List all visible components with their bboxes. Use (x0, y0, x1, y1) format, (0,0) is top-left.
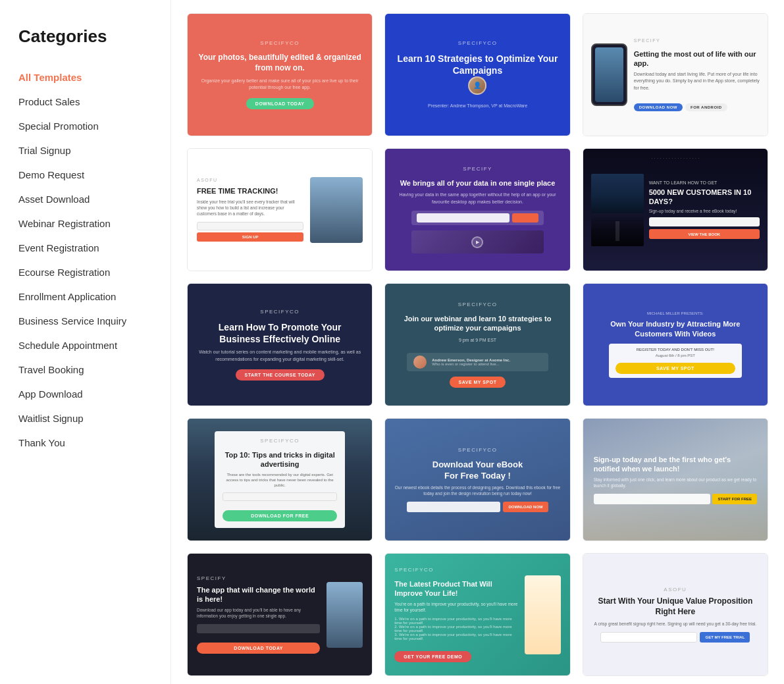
card-webinar-strategies[interactable]: SPECIFYCO Join our webinar and learn 10 … (384, 283, 570, 406)
card-blue-campaign[interactable]: SPECIFYCO Learn 10 Strategies to Optimiz… (384, 13, 570, 136)
card-industry-video[interactable]: MICHAEL MILLER PRESENTS: Own Your Indust… (583, 283, 768, 406)
registration-panel: REGISTER TODAY AND DON'T MISS OUT! Augus… (609, 344, 742, 378)
sidebar-item-webinar-registration[interactable]: Webinar Registration (18, 211, 157, 236)
sidebar-item-schedule-appointment[interactable]: Schedule Appointment (18, 333, 157, 357)
card-app-dark[interactable]: SPECIFY The app that will change the wor… (187, 553, 373, 676)
btn-label: SIGN UP (242, 235, 259, 239)
card-form: START FOR FREE (594, 494, 757, 504)
card-body: Inside your free trial you'll see every … (197, 199, 303, 217)
presenter-avatar: 👤 (468, 76, 486, 95)
sidebar-item-demo-request[interactable]: Demo Request (18, 163, 157, 187)
card-stars-5000[interactable]: WANT TO LEARN HOW TO GET 5000 NEW CUSTOM… (583, 148, 768, 271)
card-layout: ASOFU Start With Your Unique Value Propo… (583, 554, 768, 675)
card-ebook-download[interactable]: SPECIFYCO Download Your eBookFor Free To… (384, 418, 570, 541)
card-cta-button[interactable]: DOWNLOAD FOR FREE (222, 510, 338, 521)
sidebar-item-asset-download[interactable]: Asset Download (18, 187, 157, 211)
download-now-button[interactable]: DOWNLOAD NOW (634, 103, 683, 111)
for-android-button[interactable]: FOR ANDROID (685, 103, 727, 111)
card-text: SPECIFY Getting the most out of life wit… (634, 38, 760, 111)
card-cta-button[interactable]: SAVE MY SPOT (450, 377, 506, 388)
card-brand: SPECIFYCO (260, 40, 300, 46)
card-headline: The Latest Product That Will Improve You… (394, 579, 519, 598)
card-brand: SPECIFYCO (260, 309, 300, 315)
card-mountain-tips[interactable]: SPECIFYCO Top 10: Tips and tricks in dig… (187, 418, 373, 541)
card-brand: SPECIFY (463, 166, 492, 172)
card-headline: 5000 NEW CUSTOMERS IN 10 DAYS? (649, 188, 760, 207)
card-layout: SPECIFYCO Download Your eBookFor Free To… (385, 419, 569, 540)
card-launch-signup[interactable]: Sign-up today and be the first who get's… (583, 418, 768, 541)
sidebar-item-app-download[interactable]: App Download (18, 382, 157, 406)
card-uvp[interactable]: ASOFU Start With Your Unique Value Propo… (583, 553, 768, 676)
card-headline: Own Your Industry by Attracting More Cus… (592, 319, 758, 338)
presenter-info: Andrew Emerson, Designer at Asome Inc. W… (432, 358, 510, 366)
sidebar-nav: All Templates Product Sales Special Prom… (18, 65, 157, 455)
card-image (591, 174, 644, 246)
sidebar-item-ecourse-registration[interactable]: Ecourse Registration (18, 260, 157, 284)
btn-mock: START FOR FREE (712, 494, 757, 504)
sidebar-item-product-sales[interactable]: Product Sales (18, 90, 157, 114)
card-layout: SPECIFYCO Top 10: Tips and tricks in dig… (188, 419, 372, 540)
card-text: SPECIFYCO The Latest Product That Will I… (394, 567, 519, 663)
card-free-time[interactable]: ASOFU FREE TIME TRACKING! Inside your fr… (187, 148, 373, 271)
sidebar-item-special-promotion[interactable]: Special Promotion (18, 114, 157, 138)
sidebar-item-thank-you[interactable]: Thank You (18, 431, 157, 455)
event-date: August 6th / 8 pm PST (615, 354, 735, 357)
card-brand: SPECIFYCO (458, 40, 498, 46)
product-image (525, 575, 561, 654)
input-row (197, 624, 320, 633)
content-panel: SPECIFYCO Top 10: Tips and tricks in dig… (215, 431, 346, 528)
btn-label: GET MY FREE TRIAL (705, 635, 745, 639)
sidebar-title: Categories (18, 26, 157, 47)
card-headline: FREE TIME TRACKING! (197, 186, 303, 196)
video-mock: ▶ (411, 230, 544, 253)
sidebar-item-event-registration[interactable]: Event Registration (18, 236, 157, 260)
card-brand: ASOFU (664, 587, 687, 592)
card-brand: ASOFU (197, 178, 303, 182)
card-cta-button[interactable]: GET YOUR FREE DEMO (394, 651, 471, 662)
sidebar-item-trial-signup[interactable]: Trial Signup (18, 138, 157, 163)
btn-label: VIEW THE BOOK (688, 232, 720, 236)
card-cta-button[interactable]: DOWNLOAD TODAY (246, 98, 314, 109)
presenter-avatar (413, 355, 427, 369)
card-layout: SPECIFYCO Join our webinar and learn 10 … (385, 284, 569, 406)
card-body: Organize your gallery better and make su… (198, 78, 361, 92)
input-mock (222, 492, 338, 501)
card-body: Download our app today and you'll be abl… (197, 607, 320, 619)
card-cta-button[interactable]: START THE COURSE TODAY (236, 369, 325, 381)
card-form-mock (411, 211, 544, 225)
download-button[interactable]: DOWNLOAD TODAY (197, 643, 320, 654)
card-purple-data[interactable]: SPECIFY We brings all of your data in on… (384, 148, 570, 271)
email-input-mock (600, 632, 697, 643)
card-cta-button[interactable]: SAVE MY SPOT (615, 363, 735, 374)
card-image (310, 177, 363, 243)
card-headline: Learn 10 Strategies to Optimize Your Cam… (396, 53, 559, 76)
card-headline: Start With Your Unique Value Proposition… (592, 596, 758, 617)
card-body: A crisp great benefit signup right here.… (594, 621, 756, 627)
btn-mock: GET MY FREE TRIAL (700, 632, 750, 643)
panel-label: REGISTER TODAY AND DON'T MISS OUT! (615, 348, 735, 352)
card-body: Having your data in the same app togethe… (394, 192, 560, 205)
card-form: GET MY FREE TRIAL (600, 632, 750, 643)
card-app-spec[interactable]: SPECIFY Getting the most out of life wit… (583, 13, 768, 136)
buttons-row: DOWNLOAD TODAY (197, 636, 320, 654)
sidebar-item-waitlist-signup[interactable]: Waitlist Signup (18, 406, 157, 431)
phone-mockup (591, 43, 627, 106)
card-layout: MICHAEL MILLER PRESENTS: Own Your Indust… (583, 284, 768, 406)
btn-mock (512, 213, 538, 223)
card-teal-product[interactable]: SPECIFYCO The Latest Product That Will I… (384, 553, 570, 676)
sidebar-item-enrollment-application[interactable]: Enrollment Application (18, 284, 157, 309)
input-mock (407, 502, 500, 512)
card-text: WANT TO LEARN HOW TO GET 5000 NEW CUSTOM… (649, 180, 760, 240)
card-coral-download[interactable]: SPECIFYCO Your photos, beautifully edite… (187, 13, 373, 136)
card-webinar-promote[interactable]: SPECIFYCO Learn How To Promote Your Busi… (187, 283, 373, 406)
sidebar-item-business-service-inquiry[interactable]: Business Service Inquiry (18, 309, 157, 333)
card-layout: SPECIFYCO The Latest Product That Will I… (385, 554, 569, 675)
card-brand: SPECIFYCO (394, 567, 519, 573)
card-headline: Sign-up today and be the first who get's… (594, 455, 757, 474)
sidebar-item-all-templates[interactable]: All Templates (18, 65, 157, 90)
card-headline: We brings all of your data in one single… (400, 178, 556, 188)
sidebar-item-travel-booking[interactable]: Travel Booking (18, 357, 157, 382)
card-layout: SPECIFY Getting the most out of life wit… (583, 14, 768, 136)
card-brand: SPECIFY (634, 38, 760, 43)
card-body: These are the tools recommended by our d… (222, 472, 338, 488)
